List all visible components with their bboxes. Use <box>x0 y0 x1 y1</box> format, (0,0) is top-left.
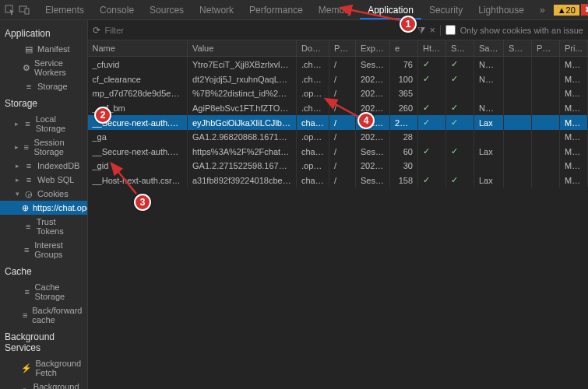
marker-4: 4 <box>357 112 375 129</box>
svg-line-5 <box>326 99 358 117</box>
svg-line-4 <box>111 163 136 194</box>
svg-line-3 <box>340 8 400 20</box>
marker-1: 1 <box>400 16 417 33</box>
annotation-arrows <box>0 0 588 389</box>
marker-3: 3 <box>134 194 151 211</box>
marker-2: 2 <box>94 107 111 124</box>
